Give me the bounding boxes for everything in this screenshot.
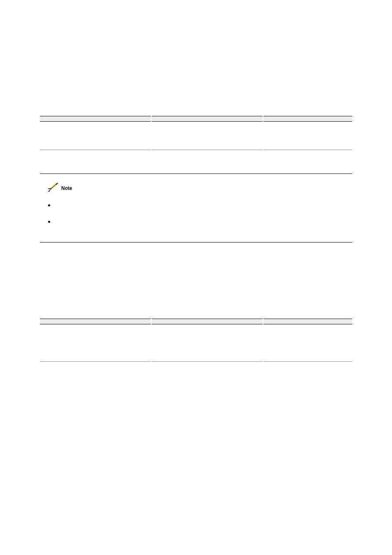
bullet-icon: [48, 204, 50, 206]
note-icon: [48, 183, 59, 194]
col-header: [40, 116, 151, 122]
col-header: [263, 116, 352, 122]
col-header: [151, 319, 263, 324]
list-item: [48, 202, 352, 216]
table-cell: [263, 122, 352, 150]
table-header-row: [40, 116, 352, 122]
config-table-1: [40, 116, 352, 150]
table-cell: [40, 122, 151, 150]
table-cell: [40, 324, 151, 362]
note-box: Note: [40, 173, 352, 243]
table-row: [40, 324, 352, 362]
note-heading: Note: [48, 183, 352, 194]
col-header: [40, 319, 151, 324]
table-cell: [151, 122, 263, 150]
table-cell: [263, 324, 352, 362]
table-row: [40, 122, 352, 150]
table-header-row: [40, 319, 352, 324]
note-bullet-list: [48, 202, 352, 232]
col-header: [151, 116, 263, 122]
bullet-icon: [48, 221, 50, 223]
config-table-2: [40, 319, 352, 362]
col-header: [263, 319, 352, 324]
note-label: Note: [61, 185, 72, 191]
table-cell: [151, 324, 263, 362]
list-item: [48, 218, 352, 232]
svg-point-0: [51, 188, 52, 190]
